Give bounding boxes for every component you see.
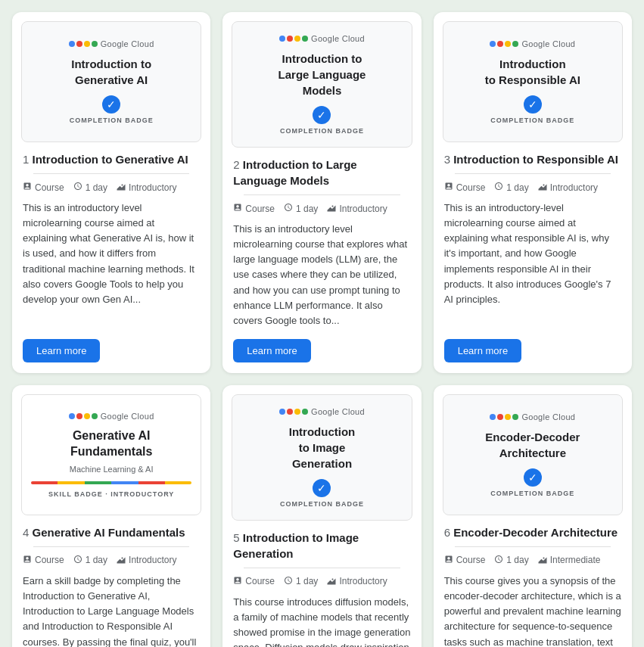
- card-description: This is an introductory level microlearn…: [233, 222, 410, 328]
- meta-duration-text: 1 day: [296, 576, 318, 586]
- learn-more-button[interactable]: Learn more: [444, 339, 521, 362]
- course-card-4: Google CloudGenerative AI FundamentalsMa…: [12, 385, 210, 647]
- card-body-2: 2 Introduction to Large Language ModelsC…: [222, 157, 421, 373]
- skill-bar: [31, 481, 191, 484]
- course-grid: Google CloudIntroduction to Generative A…: [12, 12, 632, 647]
- card-image-title: Introduction to Generative AI: [71, 56, 151, 88]
- card-body-4: 4 Generative AI FundamentalsCourse1 dayI…: [12, 524, 210, 647]
- course-card-2: Google CloudIntroduction to Large Langua…: [222, 12, 421, 373]
- meta-type-text: Course: [456, 555, 486, 565]
- meta-level-icon: [327, 576, 336, 587]
- google-cloud-logo: Google Cloud: [490, 39, 575, 48]
- meta-level-icon: [538, 182, 547, 193]
- meta-row: Course1 dayIntroductory: [233, 576, 410, 587]
- meta-type: Course: [233, 576, 275, 587]
- meta-level-text: Introductory: [339, 204, 387, 214]
- card-title: 3 Introduction to Responsible AI: [444, 151, 621, 167]
- meta-row: Course1 dayIntroductory: [444, 182, 621, 193]
- meta-level-text: Intermediate: [550, 555, 601, 565]
- google-cloud-logo: Google Cloud: [490, 412, 575, 421]
- skill-badge-sub: Machine Learning & AI: [70, 465, 154, 474]
- meta-duration-icon: [284, 203, 293, 214]
- meta-type-icon: [23, 555, 32, 566]
- meta-duration: 1 day: [494, 555, 528, 566]
- card-number: 6: [444, 526, 454, 539]
- meta-duration-icon: [73, 182, 82, 193]
- card-image-title: Encoder-Decoder Architecture: [485, 429, 580, 461]
- meta-duration-text: 1 day: [86, 182, 107, 193]
- completion-badge-area: ✓COMPLETION BADGE: [490, 95, 574, 124]
- meta-row: Course1 dayIntroductory: [233, 203, 410, 214]
- divider: [455, 546, 611, 547]
- card-body-3: 3 Introduction to Responsible AICourse1 …: [434, 151, 632, 373]
- meta-row: Course1 dayIntroductory: [23, 555, 200, 566]
- meta-type-text: Course: [245, 204, 275, 214]
- meta-level-icon: [327, 203, 336, 214]
- skill-badge-content: Generative AI FundamentalsMachine Learni…: [31, 428, 191, 498]
- card-title: 4 Generative AI Fundamentals: [23, 524, 200, 540]
- meta-row: Course1 dayIntermediate: [444, 555, 621, 566]
- card-number: 2: [233, 158, 243, 171]
- course-card-5: Google CloudIntroduction to Image Genera…: [222, 385, 421, 647]
- meta-duration-icon: [494, 182, 503, 193]
- google-cloud-logo: Google Cloud: [279, 34, 365, 43]
- learn-more-button[interactable]: Learn more: [233, 339, 310, 362]
- meta-type-icon: [444, 182, 453, 193]
- card-description: This is an introductory level microlearn…: [23, 201, 200, 328]
- card-image-5: Google CloudIntroduction to Image Genera…: [232, 394, 412, 521]
- meta-type: Course: [444, 555, 486, 566]
- skill-badge-footer: SKILL BADGE · INTRODUCTORY: [48, 490, 174, 498]
- course-card-1: Google CloudIntroduction to Generative A…: [12, 12, 210, 373]
- check-circle-icon: ✓: [524, 468, 542, 487]
- course-card-6: Google CloudEncoder-Decoder Architecture…: [434, 385, 632, 647]
- meta-type-text: Course: [35, 555, 64, 565]
- meta-level-icon: [117, 182, 126, 193]
- meta-duration-text: 1 day: [296, 204, 318, 214]
- meta-type-icon: [444, 555, 453, 566]
- card-image-2: Google CloudIntroduction to Large Langua…: [232, 21, 412, 148]
- meta-duration-icon: [284, 576, 293, 587]
- card-title: 1 Introduction to Generative AI: [23, 151, 200, 167]
- card-body-6: 6 Encoder-Decoder ArchitectureCourse1 da…: [434, 524, 632, 647]
- learn-more-button[interactable]: Learn more: [23, 339, 100, 362]
- divider: [244, 568, 400, 568]
- card-title: 6 Encoder-Decoder Architecture: [444, 524, 621, 540]
- card-image-4: Google CloudGenerative AI FundamentalsMa…: [21, 394, 201, 515]
- meta-level-text: Introductory: [129, 182, 176, 193]
- meta-type: Course: [233, 203, 275, 214]
- card-number: 5: [233, 531, 243, 544]
- divider: [33, 546, 189, 547]
- meta-type: Course: [23, 555, 64, 566]
- card-number: 1: [23, 153, 33, 166]
- card-title: 5 Introduction to Image Generation: [233, 530, 410, 561]
- meta-level: Intermediate: [538, 555, 601, 566]
- meta-level: Introductory: [327, 576, 387, 587]
- completion-badge-area: ✓COMPLETION BADGE: [70, 95, 154, 124]
- meta-level-text: Introductory: [339, 576, 387, 586]
- meta-duration-icon: [494, 555, 503, 566]
- meta-type-icon: [233, 576, 242, 587]
- google-cloud-logo: Google Cloud: [69, 412, 154, 421]
- meta-type-icon: [23, 182, 32, 193]
- meta-duration: 1 day: [284, 576, 318, 587]
- card-image-1: Google CloudIntroduction to Generative A…: [21, 21, 201, 142]
- badge-label: COMPLETION BADGE: [70, 117, 154, 124]
- check-circle-icon: ✓: [524, 95, 542, 114]
- meta-level: Introductory: [538, 182, 598, 193]
- meta-level-icon: [117, 555, 126, 566]
- meta-level-text: Introductory: [129, 555, 176, 565]
- divider: [455, 173, 611, 174]
- badge-label: COMPLETION BADGE: [280, 500, 364, 508]
- meta-level: Introductory: [117, 555, 176, 566]
- meta-duration-icon: [73, 555, 82, 566]
- divider: [33, 173, 189, 174]
- card-image-3: Google CloudIntroduction to Responsible …: [443, 21, 623, 142]
- completion-badge-area: ✓COMPLETION BADGE: [490, 468, 574, 497]
- card-image-title: Introduction to Image Generation: [289, 424, 355, 471]
- card-image-title: Introduction to Large Language Models: [278, 51, 366, 98]
- check-circle-icon: ✓: [313, 106, 331, 124]
- meta-duration: 1 day: [494, 182, 528, 193]
- card-number: 4: [23, 526, 33, 539]
- divider: [244, 194, 400, 195]
- meta-duration-text: 1 day: [86, 555, 107, 565]
